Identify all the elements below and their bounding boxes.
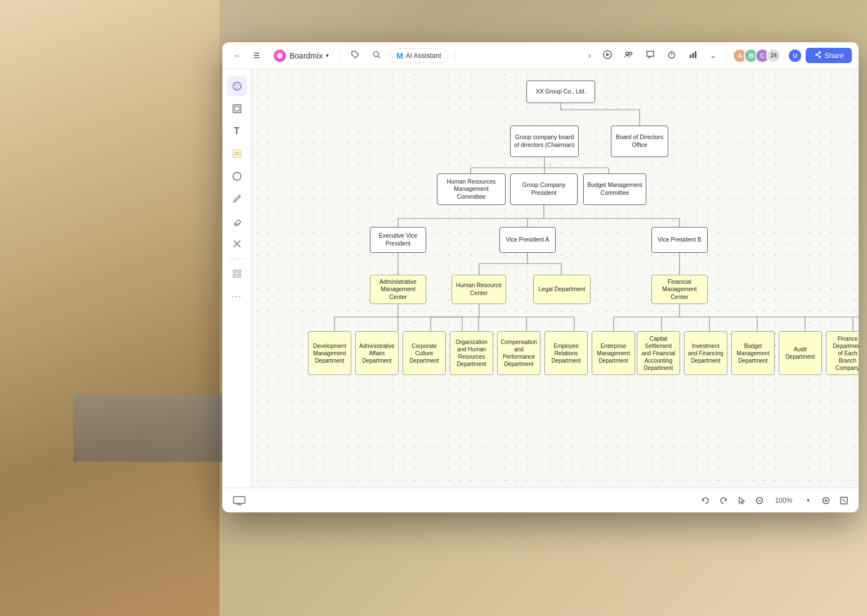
- current-user-avatar: U: [788, 48, 802, 63]
- node-admin-mgmt[interactable]: Administrative Management Center: [370, 275, 426, 304]
- node-legal[interactable]: Legal Department: [533, 275, 591, 304]
- ai-assistant-button[interactable]: M AI Assistant: [389, 48, 448, 63]
- zoom-dropdown-button[interactable]: ▾: [800, 493, 816, 508]
- svg-point-20: [238, 84, 239, 86]
- svg-line-16: [817, 53, 819, 55]
- undo-button[interactable]: [698, 493, 713, 508]
- node-evp[interactable]: Executive Vice President: [370, 227, 426, 253]
- node-corp-culture[interactable]: Corporate Culture Department: [403, 331, 446, 375]
- node-bod-office[interactable]: Board of Directors Office: [611, 126, 668, 157]
- search-button[interactable]: [368, 47, 386, 64]
- avatar-overflow-count: 24: [766, 48, 781, 63]
- svg-point-19: [234, 84, 236, 86]
- cursor-button[interactable]: [734, 493, 749, 508]
- play-button[interactable]: [598, 47, 616, 64]
- node-audit[interactable]: Audit Department: [779, 331, 822, 375]
- zoom-in-button[interactable]: [818, 493, 834, 508]
- sidebar-shape-button[interactable]: [227, 166, 247, 186]
- sidebar-palette-button[interactable]: [227, 76, 247, 96]
- node-hr-center[interactable]: Human Resource Center: [452, 275, 506, 304]
- node-org-hr[interactable]: Organization and Human Resources Departm…: [450, 331, 493, 375]
- svg-point-5: [626, 52, 629, 55]
- redo-button[interactable]: [716, 493, 731, 508]
- node-financial-mgmt[interactable]: Financial Management Center: [651, 275, 708, 304]
- share-button[interactable]: Share: [806, 48, 852, 63]
- sidebar-template-button[interactable]: [227, 264, 247, 284]
- boardmix-logo-icon: [274, 50, 286, 62]
- node-root[interactable]: XX Group Co., Ltd.: [526, 81, 595, 103]
- left-sidebar: T: [222, 69, 252, 488]
- node-budget-dept[interactable]: Budget Management Department: [731, 331, 775, 375]
- node-emp-rel[interactable]: Employee Relations Department: [544, 331, 588, 375]
- sidebar-text-button[interactable]: T: [227, 121, 247, 141]
- collab-icon: [624, 50, 633, 61]
- main-area: T: [222, 69, 859, 488]
- svg-rect-22: [233, 105, 241, 113]
- sidebar-eraser-button[interactable]: [227, 211, 247, 231]
- laptop: [73, 394, 231, 462]
- timer-button[interactable]: [663, 47, 681, 64]
- svg-rect-32: [238, 270, 241, 273]
- node-admin-affairs[interactable]: Administrative Affairs Department: [355, 331, 399, 375]
- svg-rect-33: [233, 274, 236, 278]
- more-right-button[interactable]: ›: [584, 47, 595, 64]
- svg-point-1: [374, 52, 379, 57]
- node-comp-perf[interactable]: Compensation and Performance Department: [497, 331, 540, 375]
- svg-line-84: [842, 499, 846, 502]
- svg-point-18: [233, 82, 241, 90]
- sidebar-sticky-button[interactable]: [227, 144, 247, 164]
- node-board[interactable]: Group company board of directors (Chairm…: [510, 126, 579, 157]
- share-label: Share: [824, 51, 844, 60]
- node-vpa[interactable]: Vice President A: [499, 227, 556, 253]
- svg-rect-34: [238, 274, 241, 278]
- logo-button[interactable]: Boardmix ▾: [268, 50, 334, 62]
- sidebar-more-button[interactable]: ···: [227, 286, 247, 306]
- chart-icon: [689, 50, 698, 61]
- ai-logo-icon: M: [396, 51, 403, 60]
- canvas-area[interactable]: XX Group Co., Ltd. Group company board o…: [252, 69, 859, 488]
- app-name-label: Boardmix: [289, 51, 323, 60]
- sidebar-separator: [229, 258, 245, 259]
- timer-icon: [667, 50, 676, 61]
- play-icon: [603, 50, 612, 61]
- svg-rect-31: [233, 270, 236, 273]
- fit-screen-button[interactable]: [836, 493, 852, 508]
- svg-point-0: [277, 53, 283, 59]
- comment-icon: [646, 50, 655, 61]
- avatar-group: A B C 24: [732, 48, 781, 63]
- tag-icon: [351, 50, 360, 61]
- back-button[interactable]: ←: [229, 47, 245, 64]
- svg-point-6: [629, 52, 632, 55]
- present-button[interactable]: [229, 490, 249, 511]
- menu-button[interactable]: ☰: [249, 47, 265, 64]
- node-finance-branch[interactable]: Finance Department of Each Branch Compan…: [826, 331, 859, 375]
- svg-rect-75: [234, 497, 245, 503]
- dropdown-chevron-icon: ▾: [326, 52, 329, 59]
- node-enterprise-mgmt[interactable]: Enterprise Management Department: [592, 331, 635, 375]
- bottom-bar: 100% ▾: [222, 488, 859, 512]
- sidebar-connector-button[interactable]: [227, 234, 247, 254]
- person-silhouette: [0, 0, 220, 616]
- svg-point-21: [236, 87, 238, 89]
- zoom-out-button[interactable]: [752, 493, 767, 508]
- ai-assistant-label: AI Assistant: [406, 52, 441, 60]
- tag-button[interactable]: [346, 47, 364, 64]
- svg-point-27: [233, 172, 241, 180]
- node-hr-committee[interactable]: Human Resources Management Committee: [437, 173, 506, 205]
- svg-rect-24: [233, 150, 241, 158]
- expand-button[interactable]: ⌄: [705, 47, 721, 64]
- node-dev-mgmt[interactable]: Development Management Department: [308, 331, 351, 375]
- back-icon: ←: [234, 51, 241, 60]
- comment-button[interactable]: [641, 47, 659, 64]
- chevron-right-icon: ›: [588, 51, 591, 60]
- node-invest[interactable]: Investment and Financing Department: [684, 331, 727, 375]
- node-capital[interactable]: Capital Settlement and Financial Account…: [637, 331, 680, 375]
- collab-button[interactable]: [620, 47, 638, 64]
- more-dots-icon: ···: [231, 291, 242, 302]
- node-budget-committee[interactable]: Budget Management Committee: [583, 173, 646, 205]
- node-president[interactable]: Group Company President: [510, 173, 578, 205]
- sidebar-frame-button[interactable]: [227, 99, 247, 119]
- sidebar-pen-button[interactable]: [227, 189, 247, 209]
- node-vpb[interactable]: Vice President B: [651, 227, 708, 253]
- chart-button[interactable]: [684, 47, 702, 64]
